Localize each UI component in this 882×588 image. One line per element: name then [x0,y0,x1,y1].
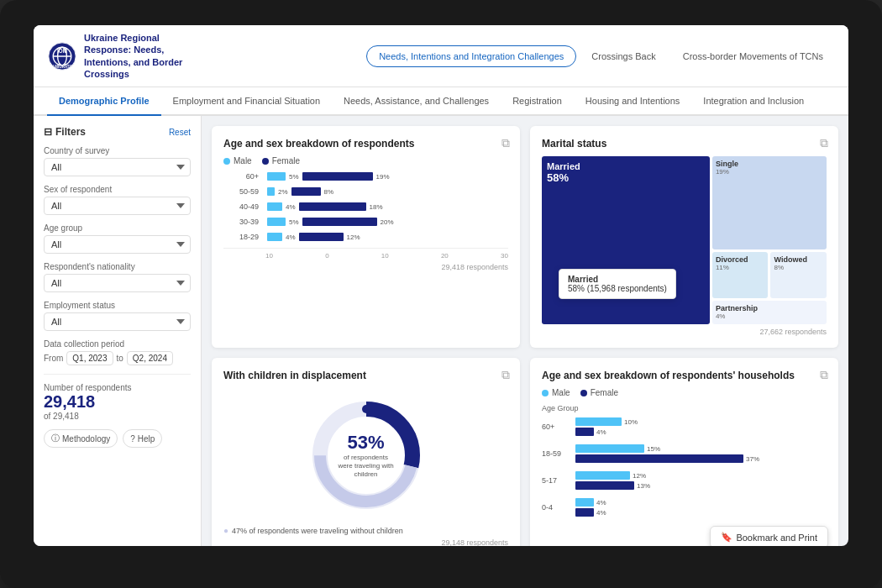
marital-card: Marital status ⧉ Married 58% Married 58%… [530,126,838,348]
nav-btn-challenges[interactable]: Needs, Intentions and Integration Challe… [366,45,576,67]
tabs-bar: Demographic Profile Employment and Finan… [34,87,848,116]
period-label: Data collection period [44,339,191,349]
male-bar-50 [267,187,275,196]
help-icon: ? [130,434,135,444]
tab-housing[interactable]: Housing and Intentions [574,87,692,116]
donut-pct: 53% [337,432,396,454]
country-select[interactable]: All [44,158,191,176]
respondents-section: Number of respondents 29,418 of 29,418 [44,374,191,421]
age-sex-card: Age and sex breakdown of respondents ⧉ M… [212,126,520,348]
marital-title: Marital status [542,138,827,150]
treemap-partnership: Partnership 4% [712,301,827,324]
hh-row-0-4: 0-4 4% 4% [542,498,827,517]
age-sex-title: Age and sex breakdown of respondents [223,138,508,150]
marital-treemap: Married 58% Married 58% (15,968 responde… [542,156,827,324]
children-copy-icon[interactable]: ⧉ [501,368,510,382]
filter-country-label: Country of survey [44,146,191,155]
tab-integration[interactable]: Integration and Inclusion [691,87,816,116]
donut-desc: of respondents were traveling with child… [337,454,396,480]
main-content: ⊟ Filters Reset Country of survey All Se… [34,116,848,546]
household-title: Age and sex breakdown of respondents' ho… [542,370,827,381]
reset-link[interactable]: Reset [169,128,191,137]
svg-text:IOM: IOM [57,48,67,54]
hh-female-0-4 [575,508,594,517]
nav-btn-crossings[interactable]: Crossings Back [580,46,667,66]
axis-labels: 10 0 10 20 30 [223,252,508,260]
female-bar-40 [299,202,366,211]
treemap-right: Single 19% Divorced 11% [712,156,827,324]
bar-row-50: 50-59 2% 8% [265,187,508,196]
period-to[interactable]: Q2, 2024 [127,351,173,365]
nationality-select[interactable]: All [44,274,191,292]
children-title: With children in displacement [223,370,508,381]
hh-axis-label: Age Group [542,404,827,412]
laptop-frame: UN MIGRATION IOM Ukraine Regional Respon… [0,0,882,588]
nav-btn-tcn[interactable]: Cross-border Movements of TCNs [671,46,835,66]
dashboard: Age and sex breakdown of respondents ⧉ M… [202,116,848,546]
male-bar-18 [267,233,282,241]
filter-title: ⊟ Filters [44,126,86,138]
legend-male: Male [223,156,252,165]
treemap-married: Married 58% Married 58% (15,968 responde… [542,156,710,324]
filter-nationality: Respondent's nationality All [44,262,191,292]
employment-select[interactable]: All [44,312,191,331]
age-select[interactable]: All [44,235,191,254]
respondents-total: of 29,418 [44,412,191,421]
header: UN MIGRATION IOM Ukraine Regional Respon… [34,25,848,87]
hh-female-5-17 [575,481,634,490]
header-nav: Needs, Intentions and Integration Challe… [366,45,835,67]
female-bar-30 [302,218,377,226]
marital-footer: 27,662 respondents [542,328,827,336]
hh-male-dot [542,390,549,396]
filter-employment-label: Employment status [44,301,191,310]
tab-employment[interactable]: Employment and Financial Situation [161,87,332,116]
axis-line [223,248,508,249]
female-bar-50 [291,187,321,196]
hh-female-dot [580,390,587,396]
tab-needs[interactable]: Needs, Assistance, and Challenges [332,87,501,116]
tab-registration[interactable]: Registration [501,87,574,116]
female-bar-18 [299,233,344,241]
filter-sex-label: Sex of respondent [44,185,191,194]
treemap-widowed: Widowed 8% [770,252,827,298]
bar-row-30: 30-39 5% 20% [265,218,508,226]
methodology-button[interactable]: ⓘ Methodology [44,429,118,448]
period-from[interactable]: Q1, 2023 [66,351,113,365]
donut-center: 53% of respondents were traveling with c… [337,432,396,480]
hh-legend-female: Female [580,388,618,397]
marital-copy-icon[interactable]: ⧉ [820,136,828,150]
filter-nationality-label: Respondent's nationality [44,262,191,271]
children-footer: 29,148 respondents [223,538,508,546]
female-dot [262,158,269,165]
bar-row-40: 40-49 4% 18% [265,202,508,211]
sex-select[interactable]: All [44,197,191,215]
age-sex-copy-icon[interactable]: ⧉ [501,136,510,150]
screen: UN MIGRATION IOM Ukraine Regional Respon… [34,25,848,546]
app-title: Ukraine Regional Response: Needs, Intent… [84,32,202,80]
male-bar-40 [267,202,282,211]
filter-country: Country of survey All [44,146,191,176]
hh-row-60: 60+ 10% 4% [542,417,827,436]
help-button[interactable]: ? Help [123,429,162,448]
hh-male-60 [575,417,622,426]
bookmark-button[interactable]: 🔖 Bookmark and Print [710,526,828,546]
filter-employment: Employment status All [44,301,191,331]
male-bar-60 [267,172,286,181]
age-sex-bars: 60+ 5% 19% 50-59 [223,172,508,241]
filter-age-label: Age group [44,223,191,233]
tab-demographic[interactable]: Demographic Profile [47,87,161,116]
methodology-icon: ⓘ [51,433,60,444]
filter-age: Age group All [44,223,191,254]
filter-icon: ⊟ [44,126,52,138]
svg-text:UN MIGRATION: UN MIGRATION [48,65,76,69]
hh-row-5-17: 5-17 12% 13% [542,471,827,490]
household-copy-icon[interactable]: ⧉ [820,368,828,382]
donut-note: ● 47% of respondents were traveling with… [223,526,508,535]
dot-note: ● [223,526,228,535]
hh-legend-male: Male [542,388,570,397]
filter-header: ⊟ Filters Reset [44,126,191,138]
treemap-divorced: Divorced 11% [712,252,769,298]
to-label: to [117,354,123,363]
treemap-single: Single 19% [712,156,827,249]
iom-logo: UN MIGRATION IOM [47,41,77,71]
